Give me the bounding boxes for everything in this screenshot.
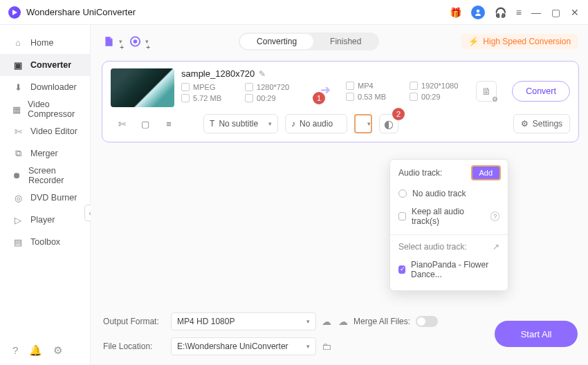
file-card: sample_1280x720✎ MPEG 1280*720 5.72 MB 0… (102, 61, 579, 142)
start-all-button[interactable]: Start All (495, 321, 578, 347)
open-folder-icon[interactable]: 🗀 (322, 341, 348, 352)
dvd-icon: ◎ (12, 193, 24, 203)
sidebar-item-editor[interactable]: ✄Video Editor (0, 120, 90, 142)
bell-icon[interactable]: 🔔 (29, 344, 42, 357)
source-meta: MPEG 1280*720 5.72 MB 00:29 (181, 83, 304, 102)
help-icon[interactable]: ? (490, 212, 499, 221)
svg-marker-0 (12, 10, 17, 15)
sidebar: ⌂Home ▣Converter ⬇Downloader ▦Video Comp… (0, 25, 91, 365)
resolution-icon (245, 83, 253, 91)
output-format-label: Output Format: (103, 317, 165, 326)
option-no-audio[interactable]: No audio track (390, 185, 508, 203)
open-external-icon[interactable]: ↗ (493, 242, 499, 252)
convert-button[interactable]: Convert (512, 81, 570, 102)
duration-icon (410, 93, 418, 101)
trim-button[interactable]: ✄ (113, 116, 130, 131)
chevron-down-icon: ▾ (306, 318, 310, 325)
add-file-button[interactable]: +▾ (103, 33, 122, 50)
gift-icon[interactable]: 🎁 (450, 7, 461, 18)
help-icon[interactable]: ? (12, 344, 18, 357)
app-title: Wondershare UniConverter (26, 7, 136, 17)
settings-icon[interactable]: ⚙ (53, 344, 62, 357)
sidebar-item-toolbox[interactable]: ▤Toolbox (0, 231, 90, 253)
close-button[interactable]: ✕ (570, 7, 580, 18)
audio-dropdown-toggle[interactable]: ▾ (354, 114, 372, 133)
file-name: sample_1280x720 (181, 68, 255, 79)
callout-badge-1: 1 (313, 92, 325, 104)
sidebar-item-recorder[interactable]: ⏺Screen Recorder (0, 165, 90, 187)
sidebar-item-compressor[interactable]: ▦Video Compressor (0, 98, 90, 120)
video-thumbnail[interactable] (111, 68, 174, 107)
player-icon: ▷ (12, 215, 24, 225)
crop-button[interactable]: ▢ (137, 116, 154, 131)
tab-finished[interactable]: Finished (313, 34, 378, 49)
add-url-button[interactable]: +▾ (129, 33, 149, 50)
more-button[interactable]: ≡ (160, 116, 177, 131)
toolbar: +▾ +▾ Converting Finished ⚡High Speed Co… (91, 25, 588, 58)
home-icon: ⌂ (12, 38, 24, 48)
file-location-label: File Location: (103, 341, 165, 351)
minimize-button[interactable]: ― (531, 7, 541, 18)
radio-icon (398, 189, 407, 198)
downloader-icon: ⬇ (12, 82, 24, 93)
hamburger-icon[interactable]: ≡ (516, 7, 522, 18)
subtitle-select[interactable]: TNo subtitle▾ (203, 114, 278, 133)
callout-badge-2: 2 (392, 108, 405, 120)
recorder-icon: ⏺ (12, 171, 21, 180)
titlebar: Wondershare UniConverter 🎁 🎧 ≡ ― ▢ ✕ (0, 0, 588, 25)
compressor-icon: ▦ (12, 104, 21, 115)
audio-select[interactable]: ♪No audio (285, 114, 347, 133)
svg-point-3 (134, 39, 138, 44)
add-audio-button[interactable]: Add (471, 165, 502, 180)
sidebar-item-home[interactable]: ⌂Home (0, 32, 90, 54)
target-meta: MP4 1920*1080 0.53 MB 00:29 (346, 82, 469, 101)
toolbox-icon: ▤ (12, 237, 24, 247)
merge-toggle[interactable] (416, 316, 438, 327)
effect-button[interactable]: ◐ 2 (379, 114, 398, 133)
format-icon (346, 82, 354, 90)
sidebar-item-dvd[interactable]: ◎DVD Burner (0, 187, 90, 209)
sidebar-item-converter[interactable]: ▣Converter (0, 54, 90, 76)
sidebar-bottom: ? 🔔 ⚙ (12, 344, 62, 357)
user-avatar[interactable] (471, 6, 485, 19)
merge-label: Merge All Files: (353, 317, 410, 326)
audio-icon: ♪ (291, 119, 295, 129)
maximize-button[interactable]: ▢ (551, 7, 560, 18)
file-location-select[interactable]: E:\Wondershare UniConverter▾ (171, 337, 316, 355)
format-icon (181, 83, 190, 91)
output-format-select[interactable]: MP4 HD 1080P▾ (171, 312, 316, 330)
chevron-down-icon: ▾ (268, 120, 272, 127)
sidebar-item-player[interactable]: ▷Player (0, 209, 90, 231)
sidebar-item-merger[interactable]: ⧉Merger (0, 142, 90, 165)
svg-point-1 (477, 9, 479, 12)
file-settings-button[interactable]: ⚙Settings (513, 114, 570, 133)
dropdown-title: Audio track: (398, 168, 442, 178)
footer: Output Format: MP4 HD 1080P▾ ☁ ☁ Merge A… (91, 306, 588, 365)
editor-icon: ✄ (12, 127, 24, 137)
resolution-icon (410, 82, 418, 90)
bolt-icon: ⚡ (468, 37, 479, 46)
app-logo (8, 6, 21, 19)
main: +▾ +▾ Converting Finished ⚡High Speed Co… (91, 25, 588, 365)
merger-icon: ⧉ (12, 149, 24, 159)
subtitle-icon: T (210, 119, 214, 129)
separator (390, 234, 508, 235)
tab-converting[interactable]: Converting (240, 34, 313, 49)
high-speed-conversion[interactable]: ⚡High Speed Conversion (461, 34, 578, 49)
output-settings-button[interactable]: 🗎 (476, 81, 497, 102)
checkbox-icon (398, 212, 406, 221)
gear-icon: ⚙ (521, 119, 529, 129)
select-track-label: Select audio track: (398, 242, 467, 252)
support-icon[interactable]: 🎧 (495, 7, 506, 18)
duration-icon (245, 94, 253, 102)
size-icon (346, 93, 354, 101)
edit-name-icon[interactable]: ✎ (259, 69, 266, 79)
converter-icon: ▣ (12, 60, 24, 71)
audio-track-item[interactable]: PianoPanda - Flower Dance... (390, 256, 508, 283)
cloud-sync-icon[interactable]: ☁ (322, 316, 331, 327)
sidebar-item-downloader[interactable]: ⬇Downloader (0, 76, 90, 98)
audio-track-dropdown: Audio track: Add No audio track Keep all… (389, 159, 508, 291)
option-keep-all[interactable]: Keep all audio track(s)? (390, 203, 508, 230)
cloud-icon[interactable]: ☁ (338, 316, 348, 327)
chevron-down-icon: ▾ (367, 120, 371, 127)
